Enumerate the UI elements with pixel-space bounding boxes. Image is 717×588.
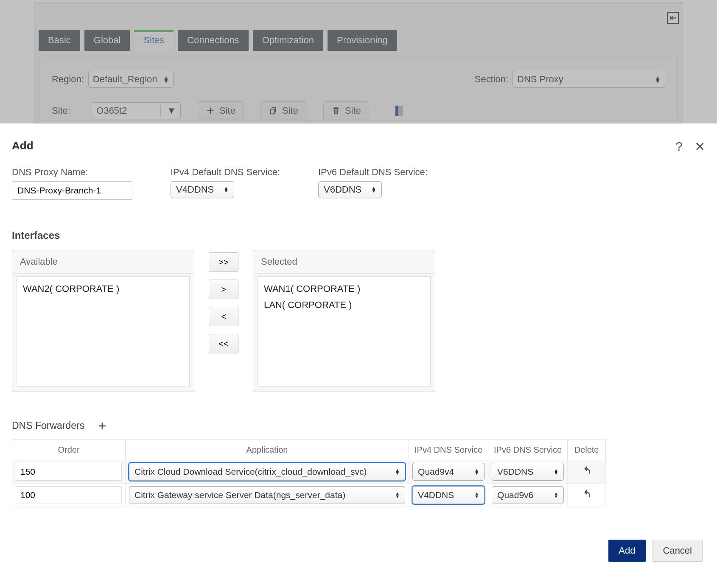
tab-global[interactable]: Global — [84, 30, 130, 51]
tab-sites[interactable]: Sites — [134, 30, 174, 51]
col-order: Order — [12, 440, 126, 460]
modal-title: Add — [12, 139, 34, 152]
list-item[interactable]: WAN1( CORPORATE ) — [264, 281, 424, 297]
chevron-updown-icon — [474, 469, 479, 475]
chevron-updown-icon — [224, 187, 229, 193]
order-input[interactable] — [16, 463, 122, 481]
ipv6-default-label: IPv6 Default DNS Service: — [318, 167, 428, 178]
order-input[interactable] — [16, 486, 122, 504]
chevron-updown-icon — [371, 187, 376, 193]
selected-list[interactable]: WAN1( CORPORATE ) LAN( CORPORATE ) — [258, 276, 431, 386]
config-panel: Basic Global Sites Connections Optimizat… — [34, 3, 683, 123]
available-listbox: Available WAN2( CORPORATE ) — [12, 250, 194, 392]
col-delete: Delete — [568, 440, 606, 460]
chevron-updown-icon — [554, 469, 558, 475]
delete-site-button[interactable]: Site — [323, 101, 369, 120]
ipv4-service-select[interactable]: Quad9v4 — [412, 463, 485, 481]
forwarders-title: DNS Forwarders — [12, 420, 84, 431]
ipv6-service-select[interactable]: V6DDNS — [492, 463, 564, 481]
proxy-name-label: DNS Proxy Name: — [12, 167, 132, 178]
forwarders-table: Order Application IPv4 DNS Service IPv6 … — [12, 440, 606, 507]
ipv6-service-value: Quad9v6 — [497, 490, 533, 500]
site-label: Site: — [52, 105, 70, 116]
progress-indicator-icon — [395, 106, 403, 116]
ipv6-service-value: V6DDNS — [497, 467, 533, 477]
region-label: Region: — [52, 74, 84, 85]
available-header: Available — [12, 250, 194, 274]
chevron-updown-icon — [554, 492, 558, 498]
chevron-updown-icon — [395, 469, 400, 475]
ipv4-default-value: V4DDNS — [176, 184, 214, 195]
proxy-name-input[interactable] — [12, 181, 132, 200]
available-list[interactable]: WAN2( CORPORATE ) — [17, 276, 190, 386]
clone-site-button[interactable]: Site — [260, 101, 306, 120]
clone-site-label: Site — [282, 105, 298, 116]
plus-icon — [206, 106, 215, 115]
move-all-left-button[interactable]: << — [209, 334, 238, 353]
move-all-right-button[interactable]: >> — [209, 252, 238, 272]
move-left-button[interactable]: < — [209, 307, 238, 326]
chevron-down-icon: ▼ — [160, 105, 176, 116]
col-ipv4: IPv4 DNS Service — [409, 440, 488, 460]
add-dns-proxy-modal: Add ? ✕ DNS Proxy Name: IPv4 Default DNS… — [0, 127, 717, 567]
tab-basic[interactable]: Basic — [39, 30, 80, 51]
selected-listbox: Selected WAN1( CORPORATE ) LAN( CORPORAT… — [253, 250, 435, 392]
interfaces-title: Interfaces — [12, 230, 705, 241]
ipv6-service-select[interactable]: Quad9v6 — [492, 486, 564, 504]
section-value: DNS Proxy — [517, 74, 563, 85]
move-right-button[interactable]: > — [209, 280, 238, 299]
col-ipv6: IPv6 DNS Service — [488, 440, 568, 460]
list-item[interactable]: WAN2( CORPORATE ) — [23, 281, 183, 297]
clone-icon — [269, 106, 278, 115]
add-forwarder-button[interactable]: ＋ — [96, 417, 108, 434]
tab-provisioning[interactable]: Provisioning — [328, 30, 397, 51]
help-icon[interactable]: ? — [675, 139, 683, 154]
section-select[interactable]: DNS Proxy — [513, 71, 665, 88]
section-label: Section: — [475, 74, 509, 85]
tab-connections[interactable]: Connections — [178, 30, 248, 51]
ipv4-default-select[interactable]: V4DDNS — [171, 181, 234, 198]
ipv4-service-select[interactable]: V4DDNS — [412, 486, 485, 504]
ipv6-default-select[interactable]: V6DDNS — [318, 181, 382, 198]
region-value: Default_Region — [93, 74, 157, 85]
trash-icon — [331, 106, 341, 115]
add-site-label: Site — [219, 105, 235, 116]
chevron-updown-icon — [163, 76, 169, 83]
delete-site-label: Site — [345, 105, 361, 116]
table-row: Citrix Cloud Download Service(citrix_clo… — [12, 460, 606, 484]
list-item[interactable]: LAN( CORPORATE ) — [264, 297, 424, 313]
chevron-updown-icon — [395, 492, 400, 498]
ipv4-default-label: IPv4 Default DNS Service: — [171, 167, 280, 178]
site-select[interactable]: O365t2 ▼ — [92, 102, 181, 119]
application-select[interactable]: Citrix Cloud Download Service(citrix_clo… — [129, 463, 405, 481]
region-select[interactable]: Default_Region — [88, 71, 174, 88]
selected-header: Selected — [253, 250, 435, 274]
ipv4-service-value: Quad9v4 — [418, 467, 454, 477]
tab-optimization[interactable]: Optimization — [253, 30, 323, 51]
ipv4-service-value: V4DDNS — [418, 490, 454, 500]
chevron-updown-icon — [474, 492, 479, 498]
application-value: Citrix Cloud Download Service(citrix_clo… — [134, 467, 367, 477]
site-value: O365t2 — [96, 105, 127, 116]
add-button[interactable]: Add — [608, 540, 645, 562]
undo-icon[interactable] — [582, 489, 592, 499]
application-select[interactable]: Citrix Gateway service Server Data(ngs_s… — [129, 486, 405, 504]
ipv6-default-value: V6DDNS — [324, 184, 361, 195]
close-icon[interactable]: ✕ — [695, 139, 705, 154]
col-application: Application — [126, 440, 409, 460]
table-row: Citrix Gateway service Server Data(ngs_s… — [12, 484, 606, 507]
cancel-button[interactable]: Cancel — [653, 540, 703, 562]
application-value: Citrix Gateway service Server Data(ngs_s… — [134, 490, 345, 500]
undo-icon[interactable] — [582, 466, 592, 476]
top-tabs: Basic Global Sites Connections Optimizat… — [34, 3, 683, 51]
add-site-button[interactable]: Site — [198, 101, 244, 120]
collapse-panel-icon[interactable]: ⇤ — [667, 12, 679, 24]
chevron-updown-icon — [655, 76, 661, 83]
